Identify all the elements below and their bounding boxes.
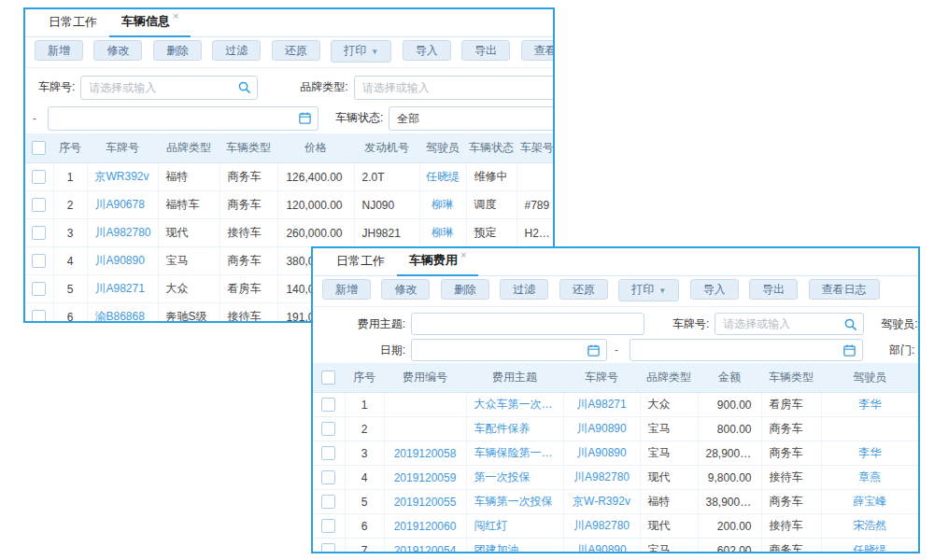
row-checkbox[interactable] [32,254,46,268]
tab-bar: 日常工作 车辆信息× [25,9,553,37]
expense-subject-cell[interactable]: 车辆保险第一次... [466,441,563,466]
expense-subject-cell[interactable]: 车配件保养 [466,417,563,441]
driver-cell[interactable]: 章燕 [821,466,918,490]
delete-button[interactable]: 删除 [441,279,489,300]
export-button[interactable]: 导出 [461,40,510,61]
vehicle-status-select[interactable]: 全部 [389,106,555,131]
row-checkbox[interactable] [321,422,335,436]
driver-cell[interactable]: 李华 [821,393,918,417]
calendar-icon[interactable] [298,111,312,125]
row-checkbox[interactable] [32,198,46,212]
expense-subject-input[interactable] [412,314,644,334]
select-all-checkbox[interactable] [321,371,335,385]
expense-subject-cell[interactable]: 车辆第一次投保 [466,490,563,514]
plate-cell[interactable]: 渝B86868 [87,303,158,324]
search-icon[interactable] [843,317,857,331]
import-button[interactable]: 导入 [403,40,451,61]
expense-no-cell[interactable]: 2019120058 [384,441,466,466]
driver-cell[interactable]: 柳琳 [419,191,466,219]
plate-cell[interactable]: 京WR392v [87,163,158,191]
calendar-icon[interactable] [842,343,856,357]
row-checkbox[interactable] [32,310,46,323]
plate-cell[interactable]: 川A90678 [87,191,158,219]
driver-cell[interactable]: 任晓缇 [821,539,918,554]
row-checkbox[interactable] [32,282,46,296]
filter-button[interactable]: 过滤 [500,279,548,300]
driver-cell[interactable]: 柳琳 [419,219,466,247]
edit-button[interactable]: 修改 [381,279,430,300]
filter-button[interactable]: 过滤 [212,40,261,61]
expense-subject-cell[interactable]: 第一次投保 [466,466,563,490]
plate-cell[interactable]: 川A98271 [87,275,158,303]
plate-cell[interactable]: 川A90890 [563,539,640,554]
plate-search-input[interactable] [81,77,257,99]
export-button[interactable]: 导出 [749,279,798,300]
row-checkbox[interactable] [321,398,335,412]
print-button[interactable]: 打印▼ [618,279,679,301]
date-to-input[interactable] [630,340,862,360]
status-cell: 维修中 [466,163,517,191]
tab-vehicle-info[interactable]: 车辆信息× [109,7,191,37]
import-button[interactable]: 导入 [690,279,739,300]
driver-cell[interactable]: 李华 [821,441,918,466]
row-checkbox[interactable] [321,470,335,484]
filter-row: 费用主题: 车牌号: 驾驶员: [313,311,918,337]
engine-cell: JH9821 [354,219,419,247]
delete-button[interactable]: 删除 [153,40,202,61]
expense-no-cell[interactable]: 2019120055 [384,490,466,514]
plate-cell[interactable]: 川A982780 [563,514,640,539]
driver-cell[interactable]: 宋浩然 [821,514,918,539]
brand-search-input[interactable] [355,77,554,99]
plate-cell[interactable]: 川A90890 [563,417,640,441]
calendar-icon[interactable] [587,343,601,357]
plate-cell[interactable]: 川A982780 [563,466,640,490]
view-log-button[interactable]: 查看日志 [809,279,880,300]
select-all-checkbox[interactable] [32,141,46,155]
add-button[interactable]: 新增 [322,279,371,300]
expense-subject-cell[interactable]: 大众车第一次年检 [466,393,563,417]
expense-no-cell[interactable]: 2019120054 [384,539,466,554]
col-amount: 金额 [698,363,761,393]
plate-search-input[interactable] [715,314,863,334]
col-engine: 发动机号 [354,133,419,163]
date-from-input[interactable] [412,340,606,360]
view-log-button[interactable]: 查看日志 [521,40,555,61]
expense-subject-cell[interactable]: 团建加油 [466,539,563,554]
plate-cell[interactable]: 川A90890 [563,441,640,466]
close-icon[interactable]: × [460,249,466,260]
index-cell: 4 [345,466,384,490]
table-row: 1大众车第一次年检川A98271大众900.00看房车李华 [313,393,918,417]
row-checkbox[interactable] [321,446,335,460]
brand-label: 品牌类型: [300,79,347,95]
vehicle-type-cell: 接待车 [219,219,277,247]
plate-cell[interactable]: 川A98271 [563,393,640,417]
add-button[interactable]: 新增 [35,40,83,61]
row-checkbox[interactable] [321,543,335,553]
plate-cell[interactable]: 川A90890 [87,247,158,275]
edit-button[interactable]: 修改 [93,40,142,61]
print-button[interactable]: 打印▼ [331,40,391,63]
expense-no-cell[interactable]: 2019120059 [384,466,466,490]
driver-cell[interactable]: 任晓缇 [419,163,466,191]
row-checkbox[interactable] [32,170,46,184]
expense-no-cell[interactable]: 2019120060 [384,514,466,539]
row-checkbox[interactable] [32,226,46,240]
expense-subject-cell[interactable]: 闯红灯 [466,514,563,539]
plate-cell[interactable]: 川A982780 [87,219,158,247]
restore-button[interactable]: 还原 [559,279,608,300]
col-driver: 驾驶员 [821,363,918,393]
row-checkbox[interactable] [321,495,335,509]
tab-daily-work[interactable]: 日常工作 [36,8,109,36]
close-icon[interactable]: × [173,10,178,21]
driver-cell[interactable]: 薛宝峰 [821,490,918,514]
tab-vehicle-expense[interactable]: 车辆费用× [397,246,478,276]
search-icon[interactable] [237,80,251,94]
restore-button[interactable]: 还原 [272,40,320,61]
plate-cell[interactable]: 京W-R392v [563,490,640,514]
row-checkbox[interactable] [321,519,335,533]
tab-daily-work[interactable]: 日常工作 [324,247,397,275]
amount-cell: 28,900.00 [698,441,761,466]
date-input[interactable] [49,107,318,130]
status-cell: 预定 [466,219,517,247]
checkbox-cell [313,466,345,490]
